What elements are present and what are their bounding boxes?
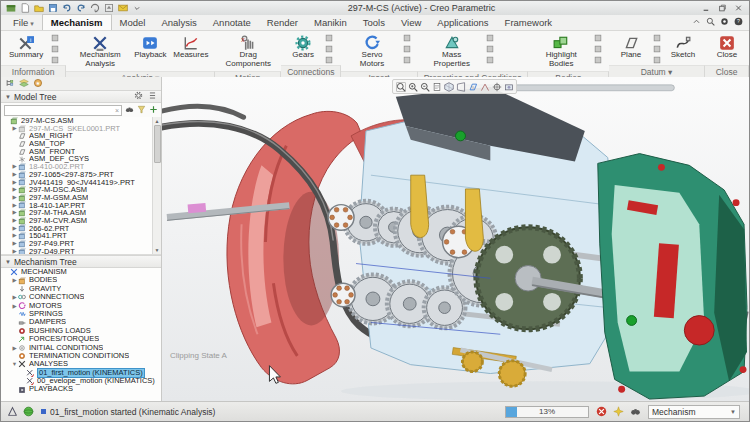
- filter-funnel-icon[interactable]: [137, 105, 146, 116]
- mechanism-tree-header[interactable]: ▼ Mechanism Tree: [1, 255, 161, 268]
- tree-item-asm-front[interactable]: ASM_FRONT: [1, 148, 161, 156]
- tree-item-297-m-cvr-asm[interactable]: ▶297-M-CVR.ASM: [1, 217, 161, 225]
- tree-item-297-m-cs-asm[interactable]: 297-M-CS.ASM: [1, 117, 161, 125]
- spin-arrows-icon[interactable]: [720, 17, 729, 28]
- tree-item-termination-conditions[interactable]: TERMINATION CONDITIONS: [1, 352, 161, 360]
- qat-more-icon[interactable]: [131, 3, 142, 13]
- gears-button[interactable]: Gears: [286, 32, 320, 62]
- expander-icon[interactable]: ▶: [11, 225, 18, 233]
- flex-icon[interactable]: [401, 55, 413, 65]
- tab-annotate[interactable]: Annotate: [205, 15, 259, 30]
- body-green-icon[interactable]: [592, 33, 604, 43]
- datum-display-icon[interactable]: %: [467, 81, 478, 92]
- servo-motors-button[interactable]: Servo Motors: [346, 32, 397, 71]
- tree-item-297-p49-prt[interactable]: ▶297-P49.PRT: [1, 240, 161, 248]
- detail-x-icon[interactable]: [49, 33, 61, 43]
- tree-item-playbacks[interactable]: PLAYBACKS: [1, 385, 161, 393]
- favorites-icon[interactable]: ★: [33, 78, 43, 90]
- tree-item-297-m-tha-asm[interactable]: ▶297-M-THA.ASM: [1, 209, 161, 217]
- expander-icon[interactable]: ▶: [11, 240, 18, 248]
- mechanism-analysis-button[interactable]: Mechanism Analysis: [71, 32, 129, 71]
- scroll-down-icon[interactable]: ▼: [155, 246, 160, 254]
- app-logo-icon[interactable]: [5, 3, 16, 13]
- expander-icon[interactable]: ▶: [11, 194, 18, 202]
- clear-filter-icon[interactable]: ×: [115, 107, 119, 114]
- summary-button[interactable]: iSummary: [6, 32, 46, 62]
- tab-view[interactable]: View: [393, 15, 429, 30]
- csys-icon[interactable]: [651, 55, 663, 65]
- expander-icon[interactable]: ▶: [11, 202, 18, 210]
- gearbox-cutaway-model[interactable]: [162, 77, 749, 401]
- tab-model[interactable]: Model: [112, 15, 154, 30]
- tree-item-00-evelope-motion-kinematics-[interactable]: 00_evelope_motion (KINEMATICS): [1, 377, 161, 385]
- expander-icon[interactable]: ▶: [11, 232, 18, 240]
- expander-icon[interactable]: ▶: [11, 125, 18, 133]
- tree-item-18-410-1ap-prt[interactable]: ▶18-410-1AP.PRT: [1, 202, 161, 210]
- expander-icon[interactable]: ▼: [11, 360, 18, 368]
- tree-item-297-m-dsc-asm[interactable]: ▶297-M-DSC.ASM: [1, 186, 161, 194]
- tree-item-springs[interactable]: SPRINGS: [1, 310, 161, 318]
- tree-item-dampers[interactable]: DAMPERS: [1, 318, 161, 326]
- mass-properties-button[interactable]: Mass Properties: [423, 32, 481, 71]
- term-cond-icon[interactable]: [484, 44, 496, 54]
- tree-item-connections[interactable]: ▶CONNECTIONS: [1, 293, 161, 301]
- expander-icon[interactable]: ▶: [11, 217, 18, 225]
- tree-item-297-1065-297-875-prt[interactable]: ▶297-1065<297-875>.PRT: [1, 171, 161, 179]
- tab-applications[interactable]: Applications: [429, 15, 496, 30]
- tab-mechanism[interactable]: Mechanism: [42, 14, 112, 30]
- group-label[interactable]: Datum ▾: [609, 65, 705, 77]
- tree-item-asm-def-csys[interactable]: ASM_DEF_CSYS: [1, 155, 161, 163]
- model-sphere-icon[interactable]: [22, 405, 35, 418]
- tree-item-266-62-prt[interactable]: ▶266-62.PRT: [1, 225, 161, 233]
- new-icon[interactable]: [19, 3, 30, 13]
- regenerate-icon[interactable]: [89, 3, 100, 13]
- scroll-up-icon[interactable]: ▲: [155, 117, 160, 125]
- expander-icon[interactable]: ▶: [11, 293, 18, 301]
- expander-icon[interactable]: ▶: [11, 248, 18, 255]
- axis-icon[interactable]: [651, 33, 663, 43]
- spark-icon[interactable]: [612, 405, 625, 418]
- tree-item-motors[interactable]: ▶MOTORS: [1, 302, 161, 310]
- tree-item-18-410-002-prt[interactable]: ▶18-410-002.PRT: [1, 163, 161, 171]
- joint-icon[interactable]: [401, 44, 413, 54]
- spin-center-icon[interactable]: [491, 81, 502, 92]
- tree-item-297-m-cs-skel0001-prt[interactable]: ▶297-M-CS_SKEL0001.PRT: [1, 125, 161, 133]
- body-yellow-icon[interactable]: [592, 55, 604, 65]
- vertical-scrollbar[interactable]: ▲▼: [152, 117, 161, 254]
- add-plus-icon[interactable]: [149, 105, 158, 116]
- tree-item-mechanism[interactable]: MECHANISM: [1, 268, 161, 276]
- mail-icon[interactable]: [117, 3, 128, 13]
- sketch-button[interactable]: Sketch: [666, 32, 700, 62]
- tree-item-asm-top[interactable]: ASM_TOP: [1, 140, 161, 148]
- list-icon[interactable]: [49, 44, 61, 54]
- model-tree-header[interactable]: ▼ Model Tree: [1, 90, 161, 103]
- expander-icon[interactable]: ▶: [11, 171, 18, 179]
- layers-icon[interactable]: [19, 78, 29, 90]
- slot-icon[interactable]: [323, 55, 335, 65]
- drag-components-button[interactable]: xDrag Components: [220, 32, 276, 71]
- refresh-icon[interactable]: [103, 3, 114, 13]
- tab-analysis[interactable]: Analysis: [153, 15, 204, 30]
- datum-toggle-icon[interactable]: [6, 405, 19, 418]
- tree-item-asm-right[interactable]: ASM_RIGHT: [1, 132, 161, 140]
- expander-icon[interactable]: ▶: [11, 163, 18, 171]
- perspective-icon[interactable]: [455, 81, 466, 92]
- highlight-bodies-button[interactable]: Highlight Bodies: [533, 32, 589, 71]
- open-icon[interactable]: [33, 3, 44, 13]
- measures-button[interactable]: Measures: [171, 32, 210, 62]
- zoom-in-icon[interactable]: [407, 81, 418, 92]
- tree-item-jv441419-90-jv441419-prt[interactable]: ▶JV441419_90<JV441419>.PRT: [1, 179, 161, 187]
- expander-icon[interactable]: ▶: [11, 276, 18, 284]
- display-style-icon[interactable]: [443, 81, 454, 92]
- tree-item-forces-torques[interactable]: FORCES/TORQUES: [1, 335, 161, 343]
- point-icon[interactable]: [651, 44, 663, 54]
- graphics-area[interactable]: % Clipping State A: [162, 77, 749, 401]
- repaint-icon[interactable]: [431, 81, 442, 92]
- tree-item-gravity[interactable]: GRAVITY: [1, 285, 161, 293]
- settings-gear-icon[interactable]: [134, 91, 143, 102]
- body-blue-icon[interactable]: [592, 44, 604, 54]
- tab-file[interactable]: File ▾: [5, 15, 42, 30]
- gravity-icon[interactable]: [484, 55, 496, 65]
- cam-icon[interactable]: [323, 33, 335, 43]
- view-manager-icon[interactable]: [503, 81, 514, 92]
